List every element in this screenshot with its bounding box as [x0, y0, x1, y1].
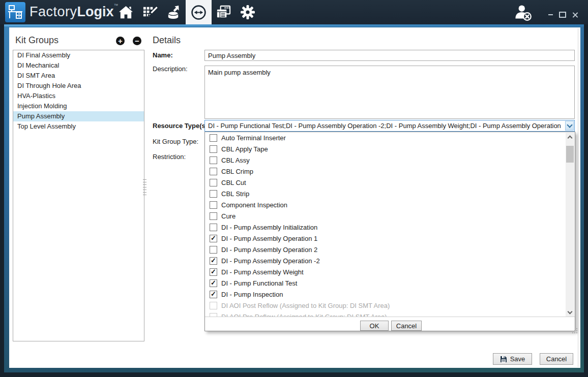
remove-kit-group-button[interactable]: − — [133, 37, 141, 45]
dropdown-option[interactable]: DI - Pump Inspection — [205, 289, 566, 300]
checkbox-icon[interactable] — [210, 145, 217, 153]
checkbox-icon[interactable] — [210, 246, 217, 254]
dropdown-option[interactable]: CBL Cut — [205, 177, 566, 188]
kit-group-list-item[interactable]: HVA-Plastics — [13, 91, 144, 101]
nav-settings[interactable] — [236, 0, 259, 24]
resource-type-combobox[interactable]: DI - Pump Functional Test;DI - Pump Asse… — [204, 120, 575, 132]
name-input[interactable] — [204, 50, 575, 61]
kit-group-list-item[interactable]: DI Mechanical — [13, 60, 144, 71]
footer-cancel-button[interactable]: Cancel — [540, 353, 573, 365]
checkbox-checked-icon[interactable] — [210, 235, 217, 242]
dropdown-option[interactable]: CBL Crimp — [205, 166, 566, 177]
dropdown-option-label: Cure — [221, 212, 236, 220]
nav-transfer[interactable] — [186, 0, 212, 24]
dropdown-option[interactable]: Cure — [205, 210, 566, 222]
scroll-up-button[interactable] — [566, 133, 574, 141]
titlebar-right — [514, 0, 580, 24]
user-logout-button[interactable] — [514, 3, 532, 21]
dropdown-option[interactable]: Component Inspection — [205, 199, 566, 210]
documents-icon — [216, 5, 231, 20]
dropdown-option[interactable]: DI - Pump Assembly Operation -2 — [205, 255, 566, 266]
details-title: Details — [153, 35, 181, 46]
dropdown-option[interactable]: DI - Pump Assembly Initialization — [205, 222, 566, 233]
brand-wordmark: FactoryLogix™ — [30, 3, 119, 20]
popup-scrollbar[interactable] — [566, 133, 574, 317]
checkbox-checked-icon[interactable] — [210, 257, 217, 265]
panel-splitter[interactable] — [143, 179, 146, 195]
dropdown-option[interactable]: CBL Assy — [205, 154, 566, 166]
kit-group-list-item[interactable]: Top Level Assembly — [13, 121, 144, 132]
kit-group-list-item[interactable]: Injection Molding — [13, 101, 144, 111]
settings-gear-icon — [240, 4, 256, 20]
dropdown-option-label: DI - Pump Assembly Weight — [221, 268, 304, 276]
resource-type-popup: Auto Terminal InserterCBL Apply TapeCBL … — [204, 132, 575, 331]
dropdown-option[interactable]: DI - Pump Assembly Operation 1 — [205, 233, 566, 244]
dropdown-option[interactable]: DI - Pump Assembly Operation 2 — [205, 244, 566, 255]
checkbox-icon[interactable] — [210, 212, 217, 220]
production-grid-pencil-icon — [142, 5, 158, 20]
nav-materials[interactable] — [162, 0, 186, 24]
kit-group-list-item[interactable]: DI Final Assembly — [13, 50, 144, 60]
combobox-dropdown-button[interactable] — [565, 121, 574, 131]
checkbox-icon[interactable] — [210, 134, 217, 142]
scroll-down-button[interactable] — [566, 308, 574, 317]
popup-cancel-button[interactable]: Cancel — [391, 321, 422, 331]
minimize-icon — [548, 14, 553, 15]
brand-logix: Logix — [77, 4, 114, 19]
dropdown-option[interactable]: CBL Apply Tape — [205, 143, 566, 154]
dropdown-option[interactable]: CBL Strip — [205, 188, 566, 199]
user-logout-icon — [514, 3, 532, 21]
resource-type-label: Resource Type(s): — [153, 122, 210, 130]
nav-documents[interactable] — [212, 0, 236, 24]
maximize-icon — [559, 12, 566, 18]
nav-home[interactable] — [114, 0, 138, 24]
resize-grip[interactable] — [572, 328, 573, 329]
dropdown-option-label: DI - Pump Assembly Operation 1 — [221, 235, 317, 242]
kit-group-list-item[interactable]: DI SMT Area — [13, 71, 144, 81]
kit-group-type-label: Kit Group Type: — [153, 138, 198, 145]
dropdown-option[interactable]: Auto Terminal Inserter — [205, 132, 566, 143]
checkbox-icon[interactable] — [210, 190, 217, 198]
chevron-up-icon — [568, 135, 573, 140]
maximize-button[interactable] — [557, 10, 568, 20]
close-icon — [572, 12, 578, 18]
checkbox-icon[interactable] — [210, 179, 217, 186]
save-button-label: Save — [510, 355, 525, 363]
chevron-down-icon — [568, 309, 573, 314]
name-label: Name: — [153, 51, 173, 59]
kit-group-list-item[interactable]: Pump Assembly — [13, 111, 144, 121]
dropdown-option: DI AOI Post Reflow (Assigned to Kit Grou… — [205, 300, 566, 311]
add-kit-group-button[interactable]: + — [116, 37, 125, 45]
scrollbar-thumb[interactable] — [566, 146, 574, 163]
checkbox-checked-icon[interactable] — [210, 291, 217, 298]
dropdown-option[interactable]: DI - Pump Assembly Weight — [205, 266, 566, 277]
checkbox-icon[interactable] — [210, 156, 217, 164]
dropdown-option-label: CBL Crimp — [221, 168, 253, 175]
checkbox-checked-icon[interactable] — [210, 268, 217, 276]
minimize-button[interactable] — [545, 10, 555, 20]
description-input[interactable]: Main pump assembly — [204, 66, 575, 119]
close-button[interactable] — [570, 10, 580, 20]
dropdown-option-label: DI - Pump Inspection — [221, 291, 283, 298]
popup-separator — [205, 317, 575, 317]
checkbox-icon[interactable] — [210, 224, 217, 231]
checkbox-icon[interactable] — [210, 168, 217, 175]
checkbox-icon[interactable] — [210, 201, 217, 209]
dropdown-option[interactable]: DI - Pump Functional Test — [205, 277, 566, 289]
app-logo — [5, 2, 25, 22]
transfer-circle-arrows-icon — [190, 4, 207, 21]
checkbox-checked-icon[interactable] — [210, 279, 217, 287]
dropdown-option-label: DI AOI Pre Reflow (Assigned to Kit Group… — [221, 313, 387, 317]
kit-groups-list[interactable]: DI Final AssemblyDI MechanicalDI SMT Are… — [13, 50, 144, 341]
dropdown-option-label: CBL Strip — [221, 190, 249, 198]
nav-production[interactable] — [138, 0, 162, 24]
resource-type-value: DI - Pump Functional Test;DI - Pump Asse… — [208, 120, 562, 131]
dropdown-option-label: Component Inspection — [221, 201, 287, 209]
ok-button[interactable]: OK — [360, 321, 389, 331]
restriction-label: Restriction: — [153, 153, 186, 161]
description-label: Description: — [153, 65, 188, 73]
save-button[interactable]: Save — [493, 353, 532, 365]
dropdown-option-label: DI AOI Post Reflow (Assigned to Kit Grou… — [221, 302, 390, 309]
dropdown-option-label: Auto Terminal Inserter — [221, 134, 286, 142]
kit-group-list-item[interactable]: DI Through Hole Area — [13, 81, 144, 91]
